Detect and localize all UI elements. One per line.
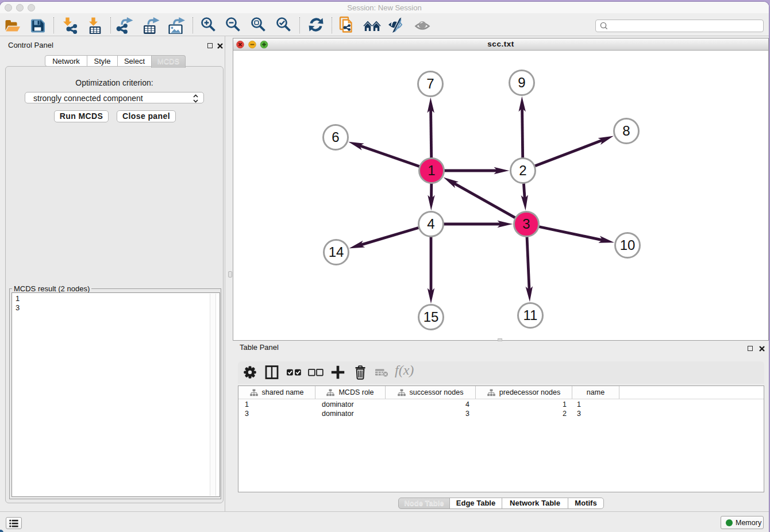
svg-text:6: 6 bbox=[332, 129, 339, 145]
svg-text:7: 7 bbox=[426, 76, 434, 91]
svg-text:1: 1 bbox=[428, 163, 435, 178]
svg-text:15: 15 bbox=[424, 309, 439, 325]
svg-text:10: 10 bbox=[620, 237, 636, 253]
svg-text:4: 4 bbox=[427, 216, 434, 232]
svg-text:11: 11 bbox=[523, 307, 538, 323]
svg-text:2: 2 bbox=[519, 163, 526, 178]
svg-text:8: 8 bbox=[622, 123, 630, 138]
svg-text:9: 9 bbox=[518, 75, 525, 90]
svg-text:14: 14 bbox=[329, 244, 344, 260]
svg-text:3: 3 bbox=[522, 216, 530, 232]
